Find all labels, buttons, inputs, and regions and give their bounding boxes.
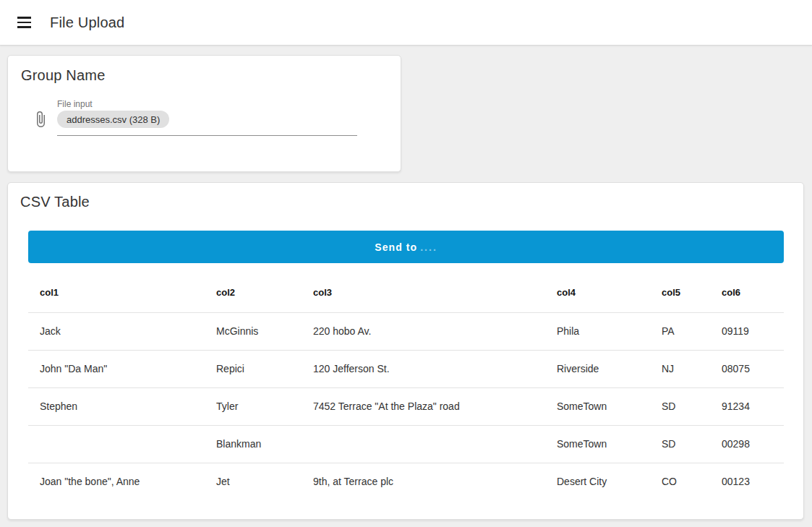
- file-input-underline[interactable]: [57, 135, 357, 136]
- csv-data-table: col1col2col3col4col5col6 JackMcGinnis220…: [28, 273, 784, 500]
- table-cell: 09119: [710, 312, 784, 350]
- table-cell: CO: [650, 463, 710, 500]
- table-header-cell: col6: [710, 273, 784, 312]
- table-cell: 120 Jefferson St.: [302, 350, 545, 387]
- table-body: JackMcGinnis220 hobo Av.PhilaPA09119John…: [28, 312, 784, 500]
- send-to-button-dots: ....: [420, 241, 437, 253]
- table-row: BlankmanSomeTownSD00298: [28, 425, 784, 463]
- table-cell: SomeTown: [545, 387, 650, 425]
- table-cell: 00123: [710, 463, 784, 500]
- table-cell: SD: [650, 387, 710, 425]
- table-cell: 00298: [710, 425, 784, 463]
- app-bar: File Upload: [0, 0, 812, 46]
- table-cell: Stephen: [28, 387, 205, 425]
- table-row: JackMcGinnis220 hobo Av.PhilaPA09119: [28, 312, 784, 350]
- table-cell: Tyler: [205, 387, 302, 425]
- csv-table-card-title: CSV Table: [20, 194, 90, 210]
- table-cell: 9th, at Terrace plc: [302, 463, 545, 500]
- app-title: File Upload: [50, 14, 124, 31]
- table-cell: Riverside: [545, 350, 650, 387]
- table-row: Joan "the bone", AnneJet9th, at Terrace …: [28, 463, 784, 500]
- file-chip[interactable]: addresses.csv (328 B): [57, 111, 169, 128]
- send-to-button[interactable]: Send to ....: [28, 231, 784, 263]
- table-header-cell: col1: [28, 273, 205, 312]
- table-cell: Phila: [545, 312, 650, 350]
- table-cell: Repici: [205, 350, 302, 387]
- table-header-cell: col2: [205, 273, 302, 312]
- hamburger-menu-icon[interactable]: [9, 8, 38, 37]
- table-cell: McGinnis: [205, 312, 302, 350]
- table-cell: [28, 425, 205, 463]
- page: File Upload Group Name File input addres…: [0, 0, 812, 527]
- paperclip-icon[interactable]: [32, 108, 49, 130]
- table-cell: Blankman: [205, 425, 302, 463]
- table-cell: Jack: [28, 312, 205, 350]
- table-cell: 91234: [710, 387, 784, 425]
- table-cell: SD: [650, 425, 710, 463]
- table-cell: NJ: [650, 350, 710, 387]
- table-cell: Desert City: [545, 463, 650, 500]
- table-cell: 220 hobo Av.: [302, 312, 545, 350]
- table-cell: [302, 425, 545, 463]
- csv-table-card: CSV Table Send to .... col1col2col3col4c…: [7, 182, 804, 520]
- table-header-cell: col3: [302, 273, 545, 312]
- table-header-cell: col5: [650, 273, 710, 312]
- table-row: StephenTyler7452 Terrace "At the Plaza" …: [28, 387, 784, 425]
- table-header-cell: col4: [545, 273, 650, 312]
- table-cell: John "Da Man": [28, 350, 205, 387]
- file-input-label: File input: [57, 99, 93, 109]
- send-to-button-label: Send to: [375, 241, 417, 253]
- table-cell: PA: [650, 312, 710, 350]
- table-cell: 7452 Terrace "At the Plaza" road: [302, 387, 545, 425]
- table-cell: Joan "the bone", Anne: [28, 463, 205, 500]
- table-row: John "Da Man"Repici120 Jefferson St.Rive…: [28, 350, 784, 387]
- table-cell: 08075: [710, 350, 784, 387]
- table-cell: Jet: [205, 463, 302, 500]
- table-cell: SomeTown: [545, 425, 650, 463]
- group-name-card: Group Name File input addresses.csv (328…: [7, 55, 401, 172]
- table-head-row: col1col2col3col4col5col6: [28, 273, 784, 312]
- group-name-card-title: Group Name: [21, 67, 106, 84]
